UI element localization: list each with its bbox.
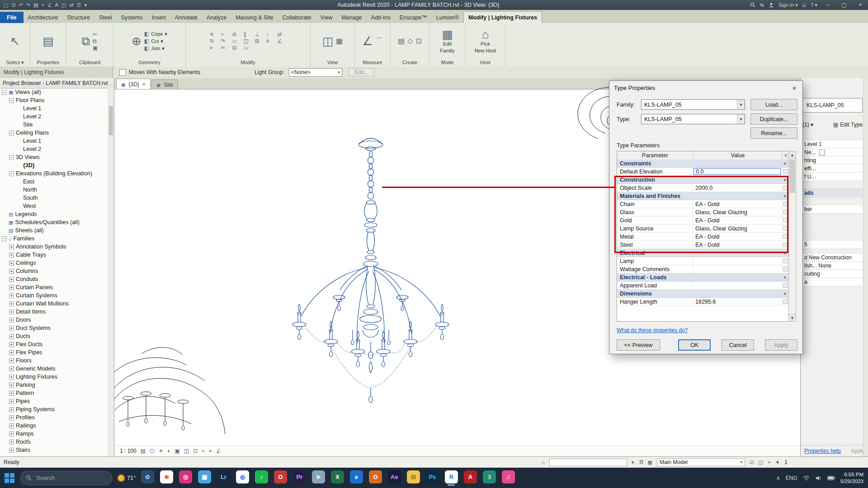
ribbon-tab-modify-lighting-fixtures[interactable]: Modify | Lighting Fixtures <box>463 11 542 23</box>
expand-icon[interactable]: + <box>9 277 14 282</box>
tree-item-views-all[interactable]: −▣Views (all) <box>0 88 108 96</box>
tree-item-annotation-symbols[interactable]: +Annotation Symbols <box>0 243 108 251</box>
ribbon-tab-manage[interactable]: Manage <box>337 12 366 23</box>
palette-apply-button[interactable]: Apply <box>851 448 864 454</box>
dialog-close-icon[interactable]: × <box>786 81 802 94</box>
start-button[interactable] <box>5 473 14 483</box>
expand-icon[interactable]: + <box>9 448 14 453</box>
taskbar-app-excel[interactable]: X <box>331 470 344 486</box>
tree-item-duct-systems[interactable]: +Duct Systems <box>0 324 108 332</box>
family-combobox[interactable]: KLS-LAMP_05▾ <box>641 99 745 110</box>
taskbar-app-telegram[interactable]: ➤ <box>312 470 325 486</box>
moves-with-nearby-checkbox[interactable] <box>119 69 126 76</box>
chevron-down-icon[interactable]: ▾ <box>737 114 745 124</box>
expand-icon[interactable]: + <box>9 310 14 314</box>
worksets-icon[interactable]: ⌂ <box>542 460 545 465</box>
expand-icon[interactable]: + <box>9 293 14 298</box>
insulation-icon[interactable]: ◇ <box>407 38 413 45</box>
tree-item-families[interactable]: −⌂Families <box>0 235 108 243</box>
modify-tool-9-icon[interactable]: ▱ <box>232 38 241 44</box>
measure-icon[interactable]: ⌖ <box>41 2 44 8</box>
tree-item-site[interactable]: Site <box>0 121 108 129</box>
filter-icon[interactable]: ▼ <box>775 460 780 465</box>
tree-item-curtain-wall-mullions[interactable]: +Curtain Wall Mullions <box>0 300 108 308</box>
project-browser-scrollbar[interactable] <box>108 88 114 456</box>
search-input[interactable] <box>35 474 96 482</box>
tree-item-ceilings[interactable]: +Ceilings <box>0 259 108 267</box>
preview-button[interactable]: << Preview <box>617 339 660 351</box>
ribbon-tab-view[interactable]: View <box>316 12 337 23</box>
scrollbar-thumb[interactable] <box>789 160 795 193</box>
tree-item-pipes[interactable]: +Pipes <box>0 397 108 405</box>
taskbar-app-edge[interactable]: e <box>350 470 363 486</box>
modify-tool-8-icon[interactable]: ↷ <box>221 38 230 44</box>
parameter-value[interactable]: 18295.6 <box>693 298 782 305</box>
sun-path-icon[interactable]: ☀ <box>159 448 164 454</box>
constraints-icon[interactable]: ∠ <box>216 448 221 454</box>
collapse-icon[interactable]: − <box>9 155 14 160</box>
modify-tool-12-icon[interactable]: ≡ <box>266 38 275 44</box>
properties-doc-link[interactable]: What do these properties do? <box>617 327 688 333</box>
ribbon-tab-massing-site[interactable]: Massing & Site <box>231 12 278 23</box>
tree-item-roofs[interactable]: +Roofs <box>0 438 108 446</box>
tree-item-lighting-fixtures[interactable]: +Lighting Fixtures <box>0 373 108 381</box>
chevron-down-icon[interactable]: ▾ <box>632 460 634 465</box>
expand-icon[interactable]: + <box>9 440 14 445</box>
expand-icon[interactable]: + <box>9 350 14 355</box>
view-tab-3d[interactable]: ▣{3D}× <box>116 79 151 89</box>
tree-item-flex-pipes[interactable]: +Flex Pipes <box>0 348 108 357</box>
cut-geometry-icon[interactable]: ⊕ <box>132 35 142 47</box>
edit-family-button[interactable]: ▦EditFamily <box>440 28 454 53</box>
select-links-icon[interactable]: ⌖ <box>768 460 770 465</box>
ribbon-tab-collaborate[interactable]: Collaborate <box>278 12 316 23</box>
modify-arrow-icon[interactable]: ↖ <box>10 35 20 47</box>
undo-icon[interactable]: ↶ <box>19 2 23 8</box>
expand-icon[interactable]: + <box>9 342 14 347</box>
palette-selector-fragment[interactable]: (1) ▾ <box>802 122 813 128</box>
tree-item-elevations-building-elevation[interactable]: −Elevations (Building Elevation) <box>0 169 108 178</box>
collapse-group-icon[interactable]: « <box>783 162 788 165</box>
tree-item-legends[interactable]: ▤Legends <box>0 210 108 218</box>
type-combobox[interactable]: KLS-LAMP_05▾ <box>641 114 745 124</box>
3d-view-icon[interactable]: ◫ <box>61 2 66 8</box>
parameter-group-electrical-loads[interactable]: Electrical - Loads« <box>617 273 789 282</box>
modify-tool-2-icon[interactable]: ⊘ <box>232 32 241 37</box>
collapse-icon[interactable]: − <box>9 171 14 176</box>
view-scale[interactable]: 1 : 100 <box>120 448 137 454</box>
chandelier-wireframe-drawing[interactable] <box>271 131 470 438</box>
modify-tool-3-icon[interactable]: ∥ <box>244 32 253 37</box>
battery-icon[interactable] <box>827 476 835 480</box>
detail-group-icon[interactable]: ⊡ <box>416 38 422 45</box>
expand-icon[interactable]: + <box>9 399 14 404</box>
pick-new-host-button[interactable]: ⌂PickNew Host <box>475 28 496 53</box>
ribbon-tab-insert[interactable]: Insert <box>147 12 170 23</box>
taskbar-app-photos-dark[interactable]: ✿ <box>141 470 154 486</box>
tree-item-floor-plans[interactable]: −Floor Plans <box>0 96 108 104</box>
tree-item-east[interactable]: East <box>0 178 108 186</box>
expand-icon[interactable]: + <box>9 301 14 306</box>
associate-parameter-button[interactable] <box>783 169 788 174</box>
taskbar-app-photos[interactable]: ❀ <box>160 470 173 486</box>
taskbar-app-chrome[interactable]: ◍ <box>236 470 249 486</box>
taskbar-app-3ds-max[interactable]: 3 <box>483 470 496 486</box>
worksets-field[interactable] <box>549 459 627 466</box>
weather-widget[interactable]: 71° <box>118 475 136 481</box>
cut-icon[interactable]: ✂ <box>93 32 97 37</box>
modify-tool-16-icon[interactable]: ⊟ <box>232 45 241 51</box>
checkbox[interactable] <box>819 150 825 155</box>
ribbon-tab-analyze[interactable]: Analyze <box>202 12 231 23</box>
taskbar-app-music[interactable]: ♫ <box>502 470 515 486</box>
crop-region-icon[interactable]: ◫ <box>184 448 189 454</box>
ribbon-tab-add-ins[interactable]: Add-Ins <box>367 12 395 23</box>
expand-icon[interactable]: + <box>9 358 14 363</box>
associate-parameter-button[interactable] <box>783 267 788 272</box>
associate-parameter-button[interactable] <box>783 258 788 263</box>
tree-item-parking[interactable]: +Parking <box>0 381 108 389</box>
close-button[interactable]: × <box>854 2 866 8</box>
collapse-group-icon[interactable]: « <box>783 292 788 295</box>
app-store-icon[interactable]: ⊔ <box>802 2 807 8</box>
tree-item-level-1[interactable]: Level 1 <box>0 104 108 113</box>
section-icon[interactable]: ⇄ <box>69 2 73 8</box>
sign-in-button[interactable]: Sign In ▾ <box>778 2 798 8</box>
tree-item-level-1[interactable]: Level 1 <box>0 137 108 145</box>
